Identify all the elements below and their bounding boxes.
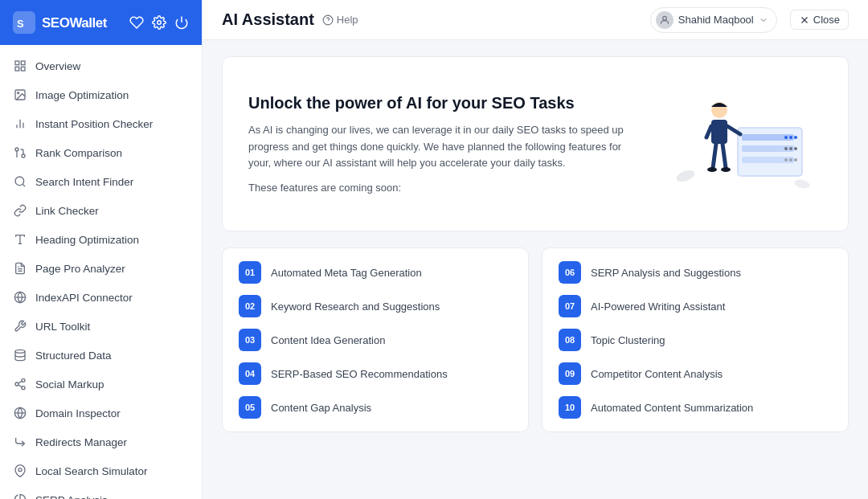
- feature-num-10: 10: [559, 396, 581, 419]
- settings-icon[interactable]: [152, 15, 166, 30]
- share-icon: [13, 377, 27, 391]
- sidebar-item-label: IndexAPI Connector: [35, 292, 133, 304]
- sidebar-item-url-toolkit[interactable]: URL Toolkit: [0, 312, 202, 341]
- feature-item-9: 09 Competitor Content Analysis: [559, 362, 832, 385]
- feature-item-7: 07 AI-Powered Writing Assistant: [559, 295, 832, 317]
- sidebar-item-label: Page Pro Analyzer: [35, 263, 125, 275]
- power-icon[interactable]: [174, 15, 189, 30]
- feature-item-6: 06 SERP Analysis and Suggestions: [559, 261, 832, 284]
- feature-item-2: 02 Keyword Research and Suggestions: [239, 295, 512, 317]
- link-icon: [13, 203, 27, 218]
- sidebar-item-overview[interactable]: Overview: [0, 51, 202, 80]
- user-badge[interactable]: Shahid Maqbool: [650, 7, 777, 33]
- hero-coming-soon: These features are coming soon:: [248, 182, 645, 194]
- feature-label-9: Competitor Content Analysis: [591, 368, 723, 380]
- globe-icon: [13, 406, 27, 420]
- feature-num-9: 09: [559, 362, 581, 385]
- sidebar-item-label: Redirects Manager: [35, 436, 127, 448]
- database-icon: [13, 348, 27, 362]
- sidebar-item-social-markup[interactable]: Social Markup: [0, 370, 202, 399]
- features-grid: 01 Automated Meta Tag Generation 02 Keyw…: [222, 247, 849, 432]
- svg-point-68: [675, 168, 697, 183]
- hero-text: Unlock the power of AI for your SEO Task…: [248, 94, 645, 194]
- sidebar-item-search-intent-finder[interactable]: Search Intent Finder: [0, 167, 202, 196]
- sidebar-item-label: Social Markup: [35, 378, 104, 391]
- svg-point-9: [18, 92, 19, 94]
- heart-icon[interactable]: [129, 15, 144, 30]
- sidebar-item-rank-comparison[interactable]: Rank Comparison: [0, 138, 202, 167]
- svg-point-51: [794, 136, 797, 139]
- hero-body: As AI is changing our lives, we can leve…: [248, 122, 634, 172]
- sidebar-item-local-search-simulator[interactable]: Local Search Simulator: [0, 456, 202, 485]
- help-link[interactable]: Help: [322, 14, 358, 26]
- image-icon: [13, 88, 27, 102]
- svg-point-13: [22, 154, 25, 157]
- sidebar-item-label: Domain Inspector: [35, 407, 121, 419]
- feature-item-8: 08 Topic Clustering: [559, 329, 832, 351]
- svg-point-16: [15, 177, 24, 186]
- feature-label-4: SERP-Based SEO Recommendations: [271, 368, 448, 380]
- grid-icon: [13, 59, 27, 73]
- sidebar-logo: SEOWallet: [42, 14, 107, 31]
- close-button[interactable]: Close: [790, 10, 849, 30]
- search-icon: [13, 174, 27, 189]
- user-name: Shahid Maqbool: [678, 14, 754, 26]
- feature-item-3: 03 Content Idea Generation: [239, 329, 512, 351]
- api-icon: [13, 290, 27, 305]
- sidebar-item-image-optimization[interactable]: Image Optimization: [0, 80, 202, 109]
- sidebar-item-heading-optimization[interactable]: Heading Optimization: [0, 225, 202, 254]
- git-compare-icon: [13, 145, 27, 160]
- sidebar-item-label: Structured Data: [35, 350, 112, 362]
- svg-point-67: [721, 167, 731, 172]
- svg-point-44: [662, 16, 666, 20]
- svg-point-14: [15, 148, 18, 151]
- feature-num-1: 01: [239, 261, 261, 284]
- page-title: AI Assistant: [222, 10, 314, 29]
- svg-point-69: [793, 178, 811, 190]
- hero-card: Unlock the power of AI for your SEO Task…: [222, 56, 849, 231]
- sidebar-item-label: Link Checker: [35, 205, 99, 217]
- svg-point-49: [784, 136, 788, 139]
- feature-num-8: 08: [559, 329, 581, 351]
- svg-point-53: [784, 147, 788, 150]
- sidebar-item-structured-data[interactable]: Structured Data: [0, 341, 202, 370]
- feature-num-6: 06: [559, 261, 581, 284]
- content-area: Unlock the power of AI for your SEO Task…: [203, 40, 868, 499]
- sidebar-item-link-checker[interactable]: Link Checker: [0, 196, 202, 225]
- logo-icon: S: [13, 11, 35, 34]
- topbar: AI Assistant Help Shahid Maqbool Close: [203, 0, 868, 40]
- topbar-right: Shahid Maqbool Close: [650, 7, 849, 33]
- sidebar-item-instant-position-checker[interactable]: Instant Position Checker: [0, 109, 202, 138]
- feature-num-7: 07: [559, 295, 581, 317]
- sidebar-item-redirects-manager[interactable]: Redirects Manager: [0, 427, 202, 456]
- tool-icon: [13, 319, 27, 333]
- svg-rect-4: [15, 61, 19, 65]
- feature-label-10: Automated Content Summarization: [591, 402, 753, 414]
- sidebar-item-serp-analysis[interactable]: SERP Analysis: [0, 485, 202, 499]
- redirect-icon: [13, 435, 27, 449]
- sidebar-item-label: Search Intent Finder: [35, 176, 133, 188]
- chevron-down-icon: [759, 15, 768, 25]
- heading-icon: [13, 232, 27, 247]
- feature-card-left: 01 Automated Meta Tag Generation 02 Keyw…: [222, 247, 529, 432]
- svg-point-66: [707, 167, 717, 172]
- svg-rect-5: [21, 61, 25, 65]
- sidebar-item-label: Overview: [35, 60, 80, 72]
- feature-num-2: 02: [239, 295, 261, 317]
- sidebar-item-label: Heading Optimization: [35, 234, 139, 246]
- pie-chart-icon: [13, 493, 27, 499]
- svg-point-57: [784, 158, 788, 162]
- sidebar-item-indexapi-connector[interactable]: IndexAPI Connector: [0, 283, 202, 312]
- sidebar-header-icons: [129, 15, 189, 30]
- feature-num-5: 05: [239, 396, 261, 419]
- svg-point-24: [15, 350, 25, 353]
- svg-point-26: [15, 382, 18, 386]
- help-circle-icon: [322, 14, 334, 26]
- feature-label-5: Content Gap Analysis: [271, 402, 371, 414]
- svg-line-17: [23, 184, 25, 186]
- close-label: Close: [813, 14, 840, 26]
- sidebar: S SEOWallet Overview Image Optimization …: [0, 0, 203, 499]
- sidebar-item-page-pro-analyzer[interactable]: Page Pro Analyzer: [0, 254, 202, 283]
- sidebar-item-domain-inspector[interactable]: Domain Inspector: [0, 399, 202, 427]
- feature-label-2: Keyword Research and Suggestions: [271, 301, 440, 313]
